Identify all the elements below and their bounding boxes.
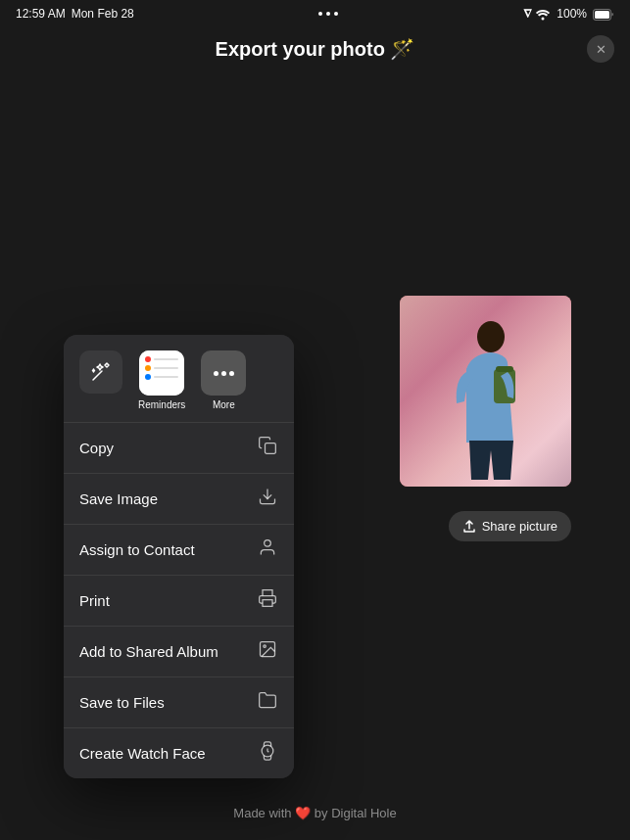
- person-icon: [257, 537, 278, 562]
- svg-point-11: [264, 645, 267, 648]
- svg-rect-2: [595, 11, 609, 19]
- save-image-menu-item[interactable]: Save Image: [64, 474, 294, 525]
- watch-icon: [257, 741, 278, 766]
- reminders-app[interactable]: Reminders: [138, 350, 185, 410]
- print-label: Print: [79, 592, 110, 609]
- battery-icon: [593, 7, 614, 20]
- assign-contact-label: Assign to Contact: [79, 541, 195, 558]
- dot-2: [326, 12, 330, 16]
- share-button-label: Share picture: [482, 519, 557, 534]
- photo-preview: [400, 296, 571, 487]
- wifi-icon: 𝛁: [523, 6, 552, 22]
- magic-wand-icon: [79, 350, 122, 394]
- svg-rect-9: [263, 600, 272, 607]
- battery-display: 100%: [557, 7, 587, 21]
- watch-face-menu-item[interactable]: Create Watch Face: [64, 728, 294, 778]
- save-files-menu-item[interactable]: Save to Files: [64, 677, 294, 728]
- share-icon: [462, 520, 476, 534]
- photo-background: [400, 296, 571, 487]
- print-icon: [257, 588, 278, 613]
- more-label: More: [213, 399, 235, 410]
- page-title: Export your photo 🪄: [216, 37, 415, 61]
- page-header: Export your photo 🪄 ✕: [0, 27, 630, 80]
- assign-contact-menu-item[interactable]: Assign to Contact: [64, 525, 294, 576]
- main-content: Share picture: [0, 80, 630, 822]
- footer-suffix: by Digital Hole: [315, 806, 397, 820]
- footer-text: Made with: [233, 806, 291, 820]
- copy-label: Copy: [79, 440, 114, 456]
- dot-1: [318, 12, 322, 16]
- watch-face-label: Create Watch Face: [79, 745, 206, 762]
- person-silhouette: [437, 315, 535, 487]
- svg-rect-5: [496, 366, 513, 372]
- shared-album-menu-item[interactable]: Add to Shared Album: [64, 627, 294, 677]
- close-button[interactable]: ✕: [587, 35, 614, 63]
- status-bar: 12:59 AM Mon Feb 28 𝛁 100%: [0, 0, 630, 27]
- album-icon: [257, 639, 278, 664]
- date-display: Mon Feb 28: [72, 7, 134, 21]
- menu-items-section: Copy Save Image: [64, 423, 294, 778]
- more-app[interactable]: More: [201, 350, 246, 410]
- svg-point-3: [477, 321, 505, 352]
- app-icons-section: Reminders More: [64, 335, 294, 423]
- shared-album-label: Add to Shared Album: [79, 643, 218, 660]
- copy-icon: [257, 436, 278, 460]
- svg-rect-6: [266, 443, 276, 454]
- reminders-label: Reminders: [138, 399, 185, 410]
- time-display: 12:59 AM: [16, 7, 66, 21]
- footer: Made with ❤️ by Digital Hole: [0, 806, 630, 820]
- save-image-icon: [257, 487, 278, 511]
- share-sheet: Reminders More Copy: [64, 335, 294, 778]
- share-picture-button[interactable]: Share picture: [449, 511, 571, 541]
- footer-heart: ❤️: [295, 806, 315, 820]
- save-image-label: Save Image: [79, 490, 158, 507]
- copy-menu-item[interactable]: Copy: [64, 423, 294, 474]
- reminders-icon: [139, 350, 184, 396]
- svg-point-8: [265, 540, 271, 547]
- folder-icon: [257, 690, 278, 715]
- save-files-label: Save to Files: [79, 694, 165, 711]
- more-icon: [201, 350, 246, 396]
- dot-3: [334, 12, 338, 16]
- svg-point-0: [542, 17, 545, 20]
- print-menu-item[interactable]: Print: [64, 576, 294, 627]
